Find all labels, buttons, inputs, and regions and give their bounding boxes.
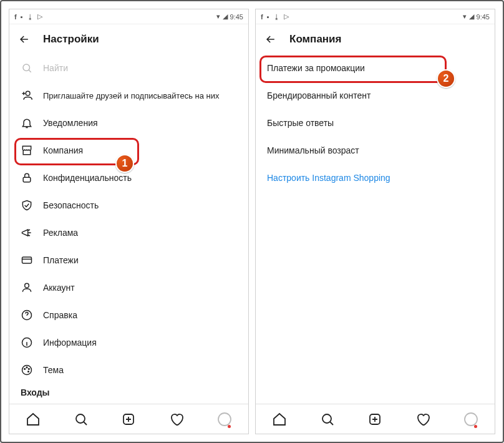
back-arrow-icon[interactable] — [264, 33, 277, 46]
phone-right: f ▪ ⭳ ▷ ▾ ◢ 9:45 Компания Платежи за про… — [255, 9, 495, 434]
menu-label: Быстрые ответы — [267, 118, 334, 128]
menu-item-help[interactable]: Справка — [9, 301, 248, 329]
facebook-icon: f — [261, 13, 263, 21]
wifi-icon: ▾ — [463, 12, 467, 21]
menu-label: Платежи за промоакции — [267, 63, 365, 73]
status-bar: f ▪ ⭳ ▷ ▾ ◢ 9:45 — [9, 9, 248, 24]
menu-item-theme[interactable]: Тема — [9, 356, 248, 384]
svg-point-10 — [29, 369, 30, 370]
menu-label: Платежи — [43, 255, 79, 265]
svg-rect-2 — [23, 177, 31, 182]
menu-item-company[interactable]: Компания — [9, 137, 248, 164]
header: Настройки — [9, 24, 248, 54]
page-title: Компания — [289, 33, 341, 46]
menu-item-ads[interactable]: Реклама — [9, 219, 248, 246]
svg-point-8 — [24, 369, 26, 370]
menu-label: Брендированный контент — [267, 90, 371, 100]
menu-label: Тема — [43, 365, 64, 375]
heart-icon[interactable] — [169, 412, 184, 427]
menu-item-privacy[interactable]: Конфиденциальность — [9, 164, 248, 192]
svg-point-11 — [28, 371, 29, 372]
signal-icon: ◢ — [223, 12, 228, 21]
shield-icon — [21, 199, 33, 212]
bottom-nav — [256, 404, 495, 434]
status-bar: f ▪ ⭳ ▷ ▾ ◢ 9:45 — [256, 9, 495, 24]
svg-point-1 — [26, 91, 30, 95]
time-label: 9:45 — [230, 13, 243, 21]
menu-item-account[interactable]: Аккаунт — [9, 274, 248, 301]
menu-item-quick-replies[interactable]: Быстрые ответы — [256, 109, 495, 137]
svg-point-17 — [465, 413, 477, 426]
menu-label: Минимальный возраст — [267, 145, 359, 155]
profile-icon[interactable] — [463, 412, 478, 427]
header: Компания — [256, 24, 495, 54]
menu-item-invite[interactable]: Приглашайте друзей и подписывайтесь на н… — [9, 82, 248, 109]
search-placeholder: Найти — [43, 63, 68, 73]
page-title: Настройки — [43, 33, 99, 46]
menu-label: Компания — [43, 145, 83, 155]
svg-point-15 — [322, 414, 331, 423]
bell-icon — [21, 117, 33, 129]
heart-icon[interactable] — [415, 412, 430, 427]
card-icon — [21, 254, 33, 266]
download-icon: ⭳ — [27, 13, 34, 21]
company-menu: Платежи за промоакции Брендированный кон… — [256, 54, 495, 404]
person-icon — [21, 281, 33, 294]
add-icon[interactable] — [121, 412, 136, 427]
phone-left: f ▪ ⭳ ▷ ▾ ◢ 9:45 Настройки Найти — [9, 9, 249, 434]
section-logins: Входы — [9, 384, 248, 400]
wifi-icon: ▾ — [216, 12, 220, 21]
search-nav-icon[interactable] — [320, 412, 335, 427]
menu-label: Аккаунт — [43, 283, 75, 293]
time-label: 9:45 — [477, 13, 490, 21]
status-icon: ▪ — [267, 13, 269, 21]
home-icon[interactable] — [272, 412, 287, 427]
menu-item-payments[interactable]: Платежи — [9, 246, 248, 274]
svg-point-14 — [218, 413, 231, 426]
menu-label: Настроить Instagram Shopping — [267, 173, 390, 183]
svg-rect-3 — [22, 257, 32, 263]
menu-item-security[interactable]: Безопасность — [9, 192, 248, 219]
download-icon: ⭳ — [273, 13, 280, 21]
back-arrow-icon[interactable] — [18, 33, 31, 46]
play-icon: ▷ — [284, 12, 289, 21]
menu-label: Информация — [43, 338, 97, 348]
storefront-icon — [21, 144, 33, 157]
menu-label: Справка — [43, 310, 77, 320]
settings-menu: Приглашайте друзей и подписывайтесь на н… — [9, 82, 248, 404]
menu-label: Конфиденциальность — [43, 173, 132, 183]
menu-item-info[interactable]: Информация — [9, 329, 248, 356]
search-nav-icon[interactable] — [74, 412, 89, 427]
svg-point-0 — [23, 64, 30, 71]
menu-item-min-age[interactable]: Минимальный возраст — [256, 137, 495, 164]
signal-icon: ◢ — [469, 12, 474, 21]
play-icon: ▷ — [37, 12, 42, 21]
status-icon: ▪ — [21, 13, 23, 21]
search-icon — [21, 62, 33, 74]
home-icon[interactable] — [26, 412, 41, 427]
search-row[interactable]: Найти — [9, 54, 248, 82]
menu-label: Реклама — [43, 228, 78, 238]
svg-point-9 — [26, 367, 27, 368]
profile-icon[interactable] — [217, 412, 232, 427]
bottom-nav — [9, 404, 248, 434]
info-icon — [21, 336, 33, 349]
menu-item-promo-payments[interactable]: Платежи за промоакции — [256, 54, 495, 82]
menu-item-notifications[interactable]: Уведомления — [9, 109, 248, 137]
menu-item-branded-content[interactable]: Брендированный контент — [256, 82, 495, 109]
lock-icon — [21, 172, 33, 184]
add-person-icon — [21, 89, 33, 102]
megaphone-icon — [21, 226, 33, 239]
menu-item-shopping[interactable]: Настроить Instagram Shopping — [256, 164, 495, 192]
menu-label: Приглашайте друзей и подписывайтесь на н… — [43, 91, 220, 100]
menu-label: Уведомления — [43, 118, 98, 128]
facebook-icon: f — [14, 13, 17, 21]
menu-label: Безопасность — [43, 200, 99, 210]
svg-point-4 — [25, 283, 29, 288]
help-icon — [21, 309, 33, 321]
palette-icon — [21, 364, 33, 376]
svg-point-12 — [76, 414, 85, 423]
add-icon[interactable] — [367, 412, 382, 427]
